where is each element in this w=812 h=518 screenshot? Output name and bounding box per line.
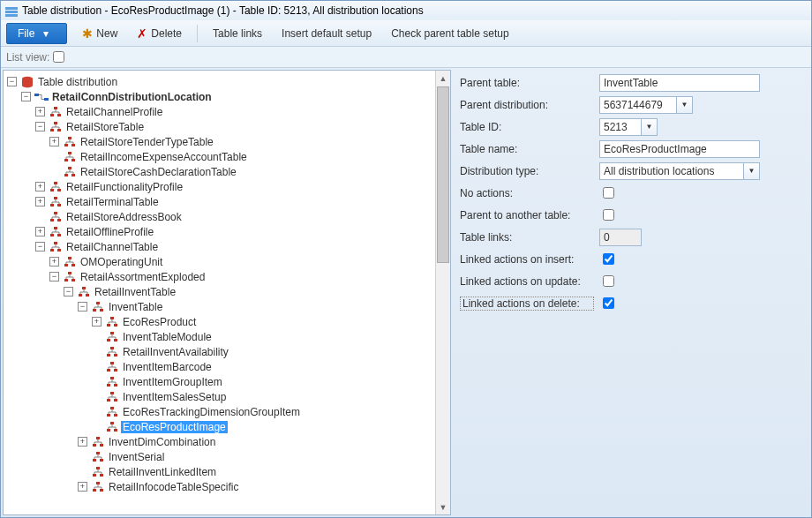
expand-icon[interactable]: + bbox=[35, 182, 45, 191]
new-button[interactable]: ✱ New bbox=[72, 22, 127, 45]
parent-another-checkbox[interactable] bbox=[603, 209, 614, 221]
new-label: New bbox=[96, 27, 117, 40]
tree-item[interactable]: +OMOperatingUnit bbox=[49, 254, 435, 269]
parent-table-input[interactable]: InventTable bbox=[599, 74, 760, 92]
scroll-up-icon[interactable]: ▲ bbox=[436, 71, 450, 86]
tree-item[interactable]: +EcoResProduct bbox=[92, 314, 435, 329]
tree-item[interactable]: InventItemSalesSetup bbox=[92, 389, 435, 404]
prop-linked-update: Linked actions on update: bbox=[460, 270, 804, 292]
list-view-label: List view: bbox=[6, 51, 49, 64]
collapse-icon[interactable]: − bbox=[49, 272, 59, 282]
expand-icon[interactable]: + bbox=[78, 437, 87, 447]
tree-label: RetailStoreCashDeclarationTable bbox=[79, 166, 238, 178]
expand-icon[interactable]: + bbox=[35, 197, 45, 206]
no-actions-checkbox[interactable] bbox=[603, 187, 614, 199]
dropdown-button[interactable]: ▼ bbox=[642, 118, 658, 136]
tree-item[interactable]: +RetailTerminalTable bbox=[35, 194, 435, 209]
linked-delete-checkbox[interactable] bbox=[603, 297, 614, 309]
prop-table-name: Table name: EcoResProductImage bbox=[460, 138, 804, 160]
tree-item-selected[interactable]: EcoResProductImage bbox=[92, 419, 435, 434]
expand-icon[interactable]: + bbox=[49, 137, 59, 146]
svg-rect-27 bbox=[54, 212, 57, 214]
tree-item[interactable]: +RetailOfflineProfile bbox=[35, 224, 435, 239]
linked-insert-checkbox[interactable] bbox=[603, 253, 614, 265]
dropdown-button[interactable]: ▼ bbox=[677, 96, 693, 114]
tree-label: RetailInfocodeTableSpecific bbox=[107, 481, 240, 493]
svg-rect-5 bbox=[44, 98, 49, 101]
dropdown-button[interactable]: ▼ bbox=[744, 162, 760, 180]
svg-rect-16 bbox=[64, 159, 68, 161]
hierarchy-icon bbox=[91, 450, 105, 464]
svg-rect-54 bbox=[110, 347, 114, 349]
tree-item[interactable]: RetailStoreAddressBook bbox=[35, 209, 435, 224]
expand-icon[interactable]: + bbox=[49, 257, 59, 267]
tree-item[interactable]: +RetailStoreTenderTypeTable bbox=[49, 134, 435, 149]
tree-item[interactable]: InventItemGroupItem bbox=[92, 374, 435, 389]
parent-dist-input[interactable]: 5637144679 bbox=[599, 96, 677, 114]
insert-default-button[interactable]: Insert default setup bbox=[272, 23, 381, 44]
svg-rect-20 bbox=[71, 174, 75, 176]
prop-field: InventTable bbox=[599, 74, 760, 92]
tree-item[interactable]: +RetailFunctionalityProfile bbox=[35, 179, 435, 194]
collapse-icon[interactable]: − bbox=[35, 122, 45, 131]
svg-rect-6 bbox=[54, 107, 57, 109]
table-name-input[interactable]: EcoResProductImage bbox=[599, 140, 760, 158]
hierarchy-icon bbox=[63, 150, 77, 164]
tree-item[interactable]: RetailInventLinkedItem bbox=[78, 464, 435, 479]
tree-root[interactable]: − Table distribution bbox=[7, 74, 435, 89]
delete-icon: ✗ bbox=[137, 26, 147, 41]
tree-item[interactable]: +InventDimCombination bbox=[78, 434, 435, 449]
expand-icon[interactable]: + bbox=[92, 317, 102, 327]
tree-item[interactable]: RetailStoreCashDeclarationTable bbox=[49, 164, 435, 179]
tree-item[interactable]: +RetailInfocodeTableSpecific bbox=[78, 479, 435, 494]
tree-item[interactable]: −RetailInventTable bbox=[64, 284, 435, 299]
svg-rect-21 bbox=[54, 182, 57, 184]
delete-button[interactable]: ✗ Delete bbox=[127, 22, 192, 45]
collapse-icon[interactable]: − bbox=[64, 287, 73, 297]
properties-panel: Parent table: InventTable Parent distrib… bbox=[453, 68, 811, 517]
svg-rect-18 bbox=[68, 167, 71, 169]
tree-item-distribution-location[interactable]: − RetailConnDistributionLocation bbox=[21, 89, 435, 104]
prop-parent-distribution: Parent distribution: 5637144679 ▼ bbox=[460, 94, 804, 116]
expand-icon[interactable]: + bbox=[35, 107, 45, 116]
expand-icon[interactable]: + bbox=[78, 482, 87, 492]
svg-rect-32 bbox=[57, 234, 61, 236]
tree-item[interactable]: −RetailChannelTable bbox=[35, 239, 435, 254]
table-links-button[interactable]: Table links bbox=[203, 23, 272, 44]
tree-item[interactable]: +RetailChannelProfile bbox=[35, 104, 435, 119]
file-menu-button[interactable]: File ▾ bbox=[6, 23, 67, 44]
collapse-icon[interactable]: − bbox=[78, 302, 87, 312]
collapse-icon[interactable]: − bbox=[21, 92, 31, 101]
list-view-checkbox[interactable] bbox=[53, 51, 64, 63]
svg-rect-51 bbox=[110, 332, 114, 334]
svg-rect-55 bbox=[107, 354, 110, 357]
expand-icon[interactable]: + bbox=[35, 227, 45, 236]
tree-item[interactable]: −RetailAssortmentExploded bbox=[49, 269, 435, 284]
table-id-input[interactable]: 5213 bbox=[599, 118, 642, 136]
caret-down-icon: ▾ bbox=[43, 27, 49, 40]
scrollbar[interactable]: ▲ ▼ bbox=[435, 71, 450, 514]
svg-rect-69 bbox=[110, 422, 114, 424]
check-parent-button[interactable]: Check parent table setup bbox=[381, 23, 518, 44]
prop-parent-table: Parent table: InventTable bbox=[460, 71, 804, 94]
scroll-down-icon[interactable]: ▼ bbox=[436, 499, 450, 514]
scroll-thumb[interactable] bbox=[437, 86, 449, 263]
dist-type-select[interactable]: All distribution locations bbox=[599, 162, 744, 180]
tree-item[interactable]: −RetailStoreTable bbox=[35, 119, 435, 134]
tree-item[interactable]: RetailInventAvailability bbox=[92, 344, 435, 359]
svg-rect-56 bbox=[114, 354, 117, 357]
collapse-icon[interactable]: − bbox=[35, 242, 45, 251]
tree-label: RetailStoreTenderTypeTable bbox=[79, 136, 215, 148]
tree-item[interactable]: RetailIncomeExpenseAccountTable bbox=[49, 149, 435, 164]
tree-item[interactable]: InventItemBarcode bbox=[92, 359, 435, 374]
svg-rect-45 bbox=[96, 302, 100, 304]
tree-item[interactable]: EcoResTrackingDimensionGroupItem bbox=[92, 404, 435, 419]
svg-rect-73 bbox=[93, 444, 96, 447]
linked-update-checkbox[interactable] bbox=[603, 275, 614, 287]
tree-item[interactable]: InventSerial bbox=[78, 449, 435, 464]
collapse-icon[interactable]: − bbox=[7, 77, 17, 86]
tree-item[interactable]: InventTableModule bbox=[92, 329, 435, 344]
svg-rect-24 bbox=[54, 197, 57, 199]
tree-item[interactable]: −InventTable bbox=[78, 299, 435, 314]
tree[interactable]: − Table distribution − RetailConnDistrib… bbox=[4, 71, 435, 514]
